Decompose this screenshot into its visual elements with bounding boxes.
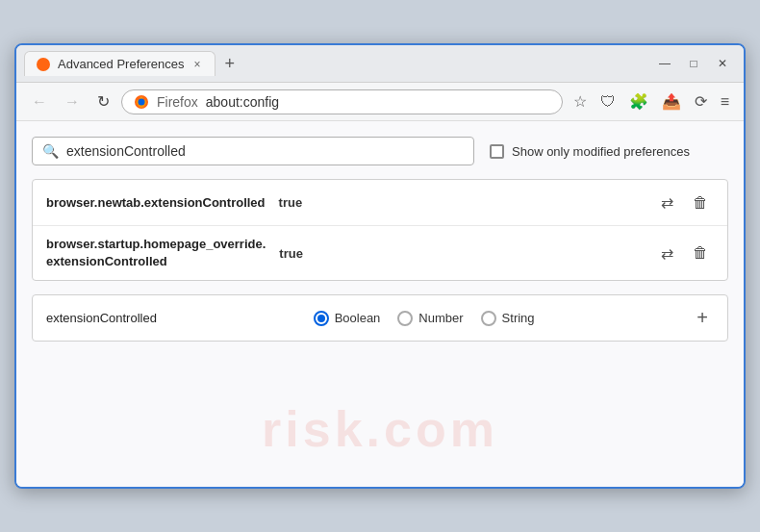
toggle-button-2[interactable]: ⇄ — [655, 241, 679, 266]
tab-close-button[interactable]: × — [192, 58, 203, 71]
close-button[interactable]: ✕ — [709, 53, 736, 74]
pref-name-2: browser.startup.homepage_override. exten… — [46, 236, 266, 270]
add-preference-button[interactable]: + — [691, 305, 714, 331]
table-row[interactable]: browser.newtab.extensionControlled true … — [33, 180, 727, 226]
delete-button-1[interactable]: 🗑 — [687, 190, 714, 215]
minimize-button[interactable]: — — [651, 53, 678, 74]
firefox-logo — [134, 94, 149, 110]
bookmark-button[interactable]: ☆ — [569, 89, 592, 114]
tab-title: Advanced Preferences — [58, 57, 185, 71]
row-1-actions: ⇄ 🗑 — [655, 190, 714, 215]
radio-number-circle[interactable] — [397, 311, 413, 326]
extension-button[interactable]: 🧩 — [624, 89, 653, 114]
share-button[interactable]: 📤 — [657, 89, 686, 114]
radio-string-label: String — [502, 311, 535, 325]
content-area: 🔍 Show only modified preferences browser… — [16, 121, 744, 487]
address-bar[interactable]: Firefox about:config — [121, 89, 563, 114]
back-button[interactable]: ← — [26, 89, 53, 114]
add-pref-name: extensionControlled — [46, 311, 157, 325]
sync-button[interactable]: ⟳ — [690, 89, 712, 114]
pref-value-1: true — [279, 195, 303, 210]
results-table: browser.newtab.extensionControlled true … — [32, 179, 728, 281]
search-box[interactable]: 🔍 — [32, 137, 474, 165]
radio-number[interactable]: Number — [397, 311, 463, 326]
browser-name-label: Firefox — [157, 94, 198, 110]
menu-button[interactable]: ≡ — [716, 89, 734, 114]
maximize-button[interactable]: □ — [680, 53, 707, 74]
show-modified-checkbox[interactable] — [490, 144, 504, 159]
url-bar[interactable]: about:config — [206, 94, 279, 110]
nav-icons: ☆ 🛡 🧩 📤 ⟳ ≡ — [569, 89, 734, 114]
radio-string-circle[interactable] — [481, 311, 496, 326]
reload-button[interactable]: ↻ — [91, 89, 115, 114]
browser-window: Advanced Preferences × + — □ ✕ ← → ↻ Fir… — [14, 43, 746, 489]
watermark: risk.com — [262, 400, 498, 458]
add-pref-row: extensionControlled Boolean Number Strin… — [32, 294, 728, 342]
radio-group: Boolean Number String — [176, 311, 671, 326]
radio-string[interactable]: String — [481, 311, 535, 326]
shield-button[interactable]: 🛡 — [595, 89, 621, 114]
title-bar: Advanced Preferences × + — □ ✕ — [16, 45, 744, 83]
search-input[interactable] — [66, 143, 464, 159]
radio-boolean[interactable]: Boolean — [314, 311, 381, 326]
radio-number-label: Number — [418, 311, 463, 325]
new-tab-button[interactable]: + — [219, 52, 241, 76]
table-row[interactable]: browser.startup.homepage_override. exten… — [33, 226, 727, 280]
radio-boolean-circle[interactable] — [314, 311, 329, 326]
svg-point-1 — [139, 98, 145, 105]
show-modified-checkbox-container[interactable]: Show only modified preferences — [490, 144, 690, 159]
pref-value-2: true — [279, 246, 303, 261]
window-controls: — □ ✕ — [651, 53, 736, 74]
row-2-actions: ⇄ 🗑 — [655, 241, 714, 266]
search-icon: 🔍 — [42, 143, 59, 159]
radio-boolean-label: Boolean — [335, 311, 381, 325]
search-container: 🔍 Show only modified preferences — [32, 137, 728, 165]
delete-button-2[interactable]: 🗑 — [687, 241, 714, 266]
forward-button[interactable]: → — [59, 89, 86, 114]
tab-favicon — [37, 58, 50, 71]
browser-tab[interactable]: Advanced Preferences × — [24, 51, 215, 76]
toggle-button-1[interactable]: ⇄ — [655, 190, 679, 215]
pref-name-1: browser.newtab.extensionControlled — [46, 195, 266, 210]
nav-bar: ← → ↻ Firefox about:config ☆ 🛡 🧩 📤 ⟳ ≡ — [16, 83, 744, 121]
show-modified-label: Show only modified preferences — [512, 144, 690, 159]
